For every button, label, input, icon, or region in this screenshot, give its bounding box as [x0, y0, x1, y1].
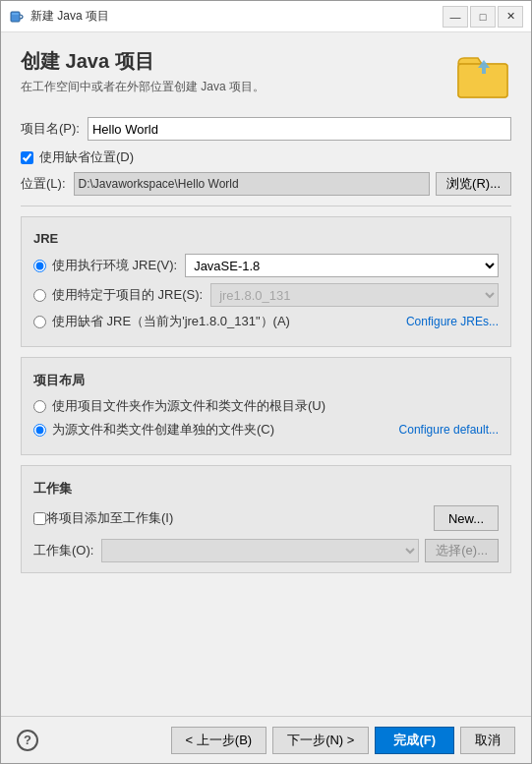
jre-execution-env-radio[interactable] [33, 260, 46, 272]
jre-default-label[interactable]: 使用缺省 JRE（当前为'jre1.8.0_131"）(A) [52, 313, 406, 330]
window: 新建 Java 项目 — □ ✕ 创建 Java 项目 在工作空间中或者在外部位… [0, 0, 532, 764]
layout-option2-radio[interactable] [33, 424, 46, 437]
location-row: 位置(L): 浏览(R)... [21, 172, 511, 196]
svg-rect-1 [12, 13, 19, 15]
next-button[interactable]: 下一步(N) > [272, 727, 369, 754]
page-header: 创建 Java 项目 在工作空间中或者在外部位置创建 Java 项目。 [21, 48, 511, 103]
back-button[interactable]: < 上一步(B) [171, 727, 267, 754]
workset-section-header: 工作集 [33, 480, 499, 498]
page-subtitle: 在工作空间中或者在外部位置创建 Java 项目。 [21, 79, 446, 95]
page-header-text: 创建 Java 项目 在工作空间中或者在外部位置创建 Java 项目。 [21, 48, 446, 95]
workset-checkbox-row: 将项目添加至工作集(I) New... [33, 505, 499, 531]
finish-button[interactable]: 完成(F) [375, 727, 454, 754]
configure-default-link[interactable]: Configure default... [399, 423, 499, 437]
bottom-left: ? [17, 730, 171, 751]
location-input[interactable] [74, 172, 431, 196]
add-to-workset-checkbox[interactable] [33, 512, 46, 525]
titlebar-title: 新建 Java 项目 [30, 8, 443, 25]
use-default-location-checkbox[interactable] [21, 151, 33, 164]
jre-project-row: 使用特定于项目的 JRE(S): jre1.8.0_131 [33, 283, 499, 307]
workset-label: 工作集(O): [33, 542, 93, 559]
jre-section-header: JRE [33, 231, 499, 246]
jre-project-select[interactable]: jre1.8.0_131 [210, 283, 499, 307]
minimize-button[interactable]: — [443, 6, 468, 28]
workset-select-row: 工作集(O): 选择(e)... [33, 539, 499, 562]
jre-execution-env-row: 使用执行环境 JRE(V): JavaSE-1.8 [33, 254, 499, 277]
layout-option1-row: 使用项目文件夹作为源文件和类文件的根目录(U) [33, 397, 499, 415]
main-content: 创建 Java 项目 在工作空间中或者在外部位置创建 Java 项目。 项目名(… [1, 32, 531, 716]
layout-section: 项目布局 使用项目文件夹作为源文件和类文件的根目录(U) 为源文件和类文件创建单… [21, 357, 511, 455]
use-default-location-row: 使用缺省位置(D) [21, 148, 511, 166]
cancel-button[interactable]: 取消 [460, 727, 515, 754]
project-name-label: 项目名(P): [21, 120, 80, 138]
layout-section-header: 项目布局 [33, 372, 499, 389]
project-name-row: 项目名(P): [21, 117, 511, 141]
location-label: 位置(L): [21, 175, 66, 193]
header-folder-icon [456, 48, 511, 103]
new-workset-button[interactable]: New... [434, 505, 499, 531]
help-button[interactable]: ? [17, 730, 38, 751]
jre-execution-env-select[interactable]: JavaSE-1.8 [185, 254, 499, 277]
close-button[interactable]: ✕ [498, 6, 523, 28]
window-icon [9, 9, 25, 25]
titlebar: 新建 Java 项目 — □ ✕ [1, 1, 531, 32]
bottom-bar: ? < 上一步(B) 下一步(N) > 完成(F) 取消 [1, 716, 531, 763]
jre-default-row: 使用缺省 JRE（当前为'jre1.8.0_131"）(A) Configure… [33, 313, 499, 330]
browse-button[interactable]: 浏览(R)... [436, 172, 511, 196]
configure-jre-link[interactable]: Configure JREs... [406, 315, 499, 328]
jre-project-radio[interactable] [33, 289, 46, 302]
jre-project-label[interactable]: 使用特定于项目的 JRE(S): [52, 286, 203, 304]
titlebar-buttons: — □ ✕ [443, 6, 523, 28]
jre-default-radio[interactable] [33, 316, 46, 328]
project-name-input[interactable] [88, 117, 511, 141]
jre-section: JRE 使用执行环境 JRE(V): JavaSE-1.8 使用特定于项目的 J… [21, 216, 511, 347]
jre-execution-env-label[interactable]: 使用执行环境 JRE(V): [52, 257, 177, 274]
layout-option2-row: 为源文件和类文件创建单独的文件夹(C) Configure default... [33, 421, 499, 439]
select-workset-button[interactable]: 选择(e)... [425, 539, 499, 562]
maximize-button[interactable]: □ [470, 6, 496, 28]
add-to-workset-label[interactable]: 将项目添加至工作集(I) [46, 509, 173, 527]
workset-select[interactable] [101, 539, 419, 562]
layout-option1-radio[interactable] [33, 400, 46, 413]
layout-option1-label[interactable]: 使用项目文件夹作为源文件和类文件的根目录(U) [52, 397, 325, 415]
page-title: 创建 Java 项目 [21, 48, 446, 75]
workset-section: 工作集 将项目添加至工作集(I) New... 工作集(O): 选择(e)... [21, 465, 511, 573]
bottom-buttons: < 上一步(B) 下一步(N) > 完成(F) 取消 [171, 727, 515, 754]
use-default-location-label[interactable]: 使用缺省位置(D) [39, 148, 134, 166]
layout-option2-label[interactable]: 为源文件和类文件创建单独的文件夹(C) [52, 421, 399, 439]
